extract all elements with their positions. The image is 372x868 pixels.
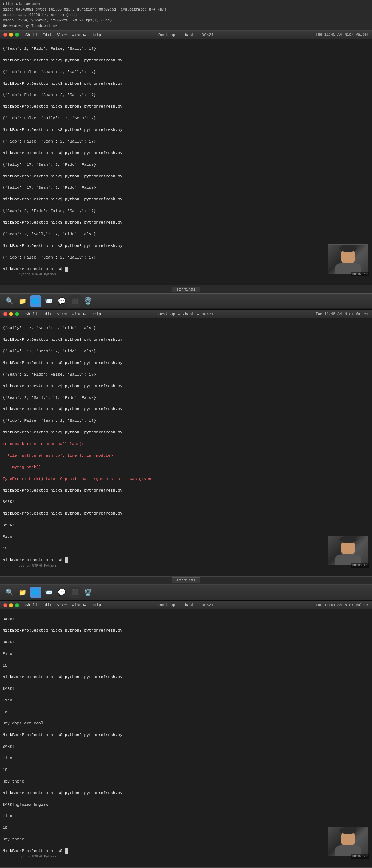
webcam-1 <box>328 244 368 274</box>
terminal-window-1: Shell Edit View Window Help Desktop — -b… <box>0 31 372 293</box>
terminal-window-3: Shell Edit View Window Help Desktop — -b… <box>0 601 372 868</box>
title-center-1: Desktop — -bash — 80×21 <box>158 33 214 37</box>
menu-shell-1[interactable]: Shell <box>25 33 37 37</box>
dock-chat-1[interactable]: 💬 <box>56 295 68 307</box>
terminal-body-1[interactable]: {'Sean': 2, 'Fido': False, 'Sally': 17} … <box>0 39 372 285</box>
webcam-3 <box>328 827 368 856</box>
traffic-lights-2 <box>3 312 19 316</box>
menu-help-2[interactable]: Help <box>91 312 101 316</box>
menu-edit-1[interactable]: Edit <box>43 33 52 37</box>
user-display-2: Nick Walter <box>345 312 369 316</box>
dock-browser-1[interactable]: 🌐 <box>30 295 41 307</box>
menu-bar-2: Shell Edit View Window Help <box>25 312 101 316</box>
menu-window-1[interactable]: Window <box>72 33 86 37</box>
time-display-2: Tue 11:48 AM <box>316 312 342 316</box>
title-center-2: Desktop — -bash — 80×21 <box>158 312 214 316</box>
dock-mail-2[interactable]: 📨 <box>43 587 54 598</box>
dock-folder-2[interactable]: 📁 <box>17 587 28 598</box>
menu-view-3[interactable]: View <box>57 603 66 607</box>
close-button-3[interactable] <box>3 603 7 607</box>
terminal-bottom-2: Terminal <box>0 576 372 584</box>
title-right-2: Tue 11:48 AM Nick Walter <box>316 312 369 316</box>
menu-edit-2[interactable]: Edit <box>43 312 52 316</box>
encoding-2: python UTF-8 Python <box>19 564 56 568</box>
terminal-window-2: Shell Edit View Window Help Desktop — -b… <box>0 310 372 584</box>
menu-bar-1: Shell Edit View Window Help <box>25 33 101 37</box>
menu-view-2[interactable]: View <box>57 312 66 316</box>
dock-browser-2[interactable]: 🌐 <box>30 587 41 598</box>
title-bar-2: Shell Edit View Window Help Desktop — -b… <box>0 310 372 318</box>
menu-help-1[interactable]: Help <box>91 33 101 37</box>
dock-trash-1[interactable]: 🗑️ <box>82 295 94 307</box>
close-button-2[interactable] <box>3 312 7 316</box>
terminal-label-1: Terminal <box>172 287 201 292</box>
title-bar-1: Shell Edit View Window Help Desktop — -b… <box>0 31 372 39</box>
user-display-3: Nick Walter <box>345 603 369 607</box>
person-head-1 <box>341 248 355 265</box>
user-display-1: Nick Walter <box>345 33 369 37</box>
dock-finder-2[interactable]: 🔍 <box>4 587 15 598</box>
maximize-button-1[interactable] <box>15 33 19 37</box>
menu-window-2[interactable]: Window <box>72 312 86 316</box>
file-info-line5: Generated by Thumbnail me <box>3 23 369 29</box>
dock-bar-1: 🔍 📁 🌐 📨 💬 ⬛ 🗑️ <box>0 293 372 309</box>
dock-bar-2: 🔍 📁 🌐 📨 💬 ⬛ 🗑️ <box>0 585 372 600</box>
menu-view-1[interactable]: View <box>57 33 66 37</box>
time-display-1: Tue 11:45 AM <box>316 33 342 37</box>
dock-folder-1[interactable]: 📁 <box>17 295 28 307</box>
encoding-1: python UTF-8 Python <box>19 273 56 276</box>
dock-mail-1[interactable]: 📨 <box>43 295 54 307</box>
menu-edit-3[interactable]: Edit <box>43 603 52 607</box>
traffic-lights-1 <box>3 33 19 37</box>
time-display-3: Tue 11:51 AM <box>316 603 342 607</box>
terminal-content-2: {'Sally': 17, 'Sean': 2, 'Fido': False} … <box>3 320 369 575</box>
maximize-button-3[interactable] <box>15 603 19 607</box>
menu-help-3[interactable]: Help <box>91 603 101 607</box>
file-info-line3: Audio: aac, 44100 Hz, stereo (und) <box>3 12 369 18</box>
minimize-button-2[interactable] <box>9 312 13 316</box>
dock-chat-2[interactable]: 💬 <box>56 587 68 598</box>
timestamp-2: 00:05:41 <box>351 563 369 568</box>
title-right-3: Tue 11:51 AM Nick Walter <box>316 603 369 607</box>
timestamp-1: 00:02:09 <box>351 272 369 276</box>
timestamp-3: 00:07:29 <box>351 854 369 859</box>
terminal-content-3: BARK! NickBookPro:Desktop nick$ python3 … <box>3 611 369 866</box>
menu-shell-3[interactable]: Shell <box>25 603 37 607</box>
file-info-header: File: Classes.mp4 Size: 64540091 bytes (… <box>0 0 372 31</box>
dock-finder-1[interactable]: 🔍 <box>4 295 15 307</box>
dock-terminal-2[interactable]: ⬛ <box>69 587 81 598</box>
file-info-line4: Video: h264, yuv420p, 1280x720, 29.97 fp… <box>3 18 369 23</box>
traffic-lights-3 <box>3 603 19 607</box>
maximize-button-2[interactable] <box>15 312 19 316</box>
title-center-3: Desktop — -bash — 80×21 <box>158 603 214 607</box>
terminal-label-2: Terminal <box>172 577 201 583</box>
person-head-2 <box>341 539 355 556</box>
menu-bar-3: Shell Edit View Window Help <box>25 603 101 607</box>
terminal-body-2[interactable]: {'Sally': 17, 'Sean': 2, 'Fido': False} … <box>0 318 372 576</box>
title-right-1: Tue 11:45 AM Nick Walter <box>316 33 369 37</box>
minimize-button-1[interactable] <box>9 33 13 37</box>
dock-trash-2[interactable]: 🗑️ <box>82 587 94 598</box>
file-info-line1: File: Classes.mp4 <box>3 1 369 7</box>
person-head-3 <box>341 830 355 847</box>
close-button-1[interactable] <box>3 33 7 37</box>
webcam-2 <box>328 536 368 565</box>
menu-window-3[interactable]: Window <box>72 603 86 607</box>
minimize-button-3[interactable] <box>9 603 13 607</box>
menu-shell-2[interactable]: Shell <box>25 312 37 316</box>
terminal-bottom-1: Terminal <box>0 285 372 293</box>
terminal-content-1: {'Sean': 2, 'Fido': False, 'Sally': 17} … <box>3 40 369 284</box>
terminal-body-3[interactable]: BARK! NickBookPro:Desktop nick$ python3 … <box>0 609 372 867</box>
title-bar-3: Shell Edit View Window Help Desktop — -b… <box>0 601 372 609</box>
encoding-3: python UTF-8 Python <box>19 855 56 859</box>
dock-terminal-1[interactable]: ⬛ <box>69 295 81 307</box>
file-info-line2: Size: 64540091 bytes (61.55 MiB), durati… <box>3 7 369 12</box>
